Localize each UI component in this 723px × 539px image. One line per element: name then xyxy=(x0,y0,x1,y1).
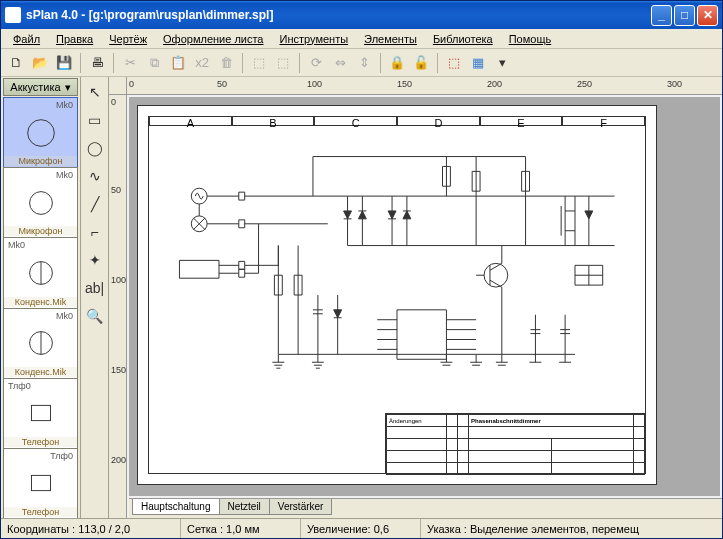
menu-file[interactable]: Файл xyxy=(7,31,46,47)
palette-item[interactable]: Mk0 Микрофон xyxy=(3,167,78,238)
status-coords: Координаты : 113,0 / 2,0 xyxy=(1,519,181,538)
x2-icon[interactable]: x2 xyxy=(191,52,213,74)
svg-marker-30 xyxy=(358,211,366,219)
sheet-tab[interactable]: Verstärker xyxy=(269,499,333,515)
menu-page[interactable]: Оформление листа xyxy=(157,31,269,47)
phone-icon xyxy=(22,464,60,502)
pointer-tool-icon[interactable]: ↖ xyxy=(84,81,106,103)
zoom-tool-icon[interactable]: 🔍 xyxy=(84,305,106,327)
snap-icon[interactable]: ⬚ xyxy=(443,52,465,74)
drawing-tools: ↖ ▭ ◯ ∿ ╱ ⌐ ✦ ab| 🔍 xyxy=(81,77,109,518)
component-palette: Mk0 Микрофон Mk0 Микрофон Mk0 Конденс.Mi… xyxy=(1,97,80,518)
titlebar: sPlan 4.0 - [g:\program\rusplan\dimmer.s… xyxy=(1,1,722,29)
text-tool-icon[interactable]: ab| xyxy=(84,277,106,299)
drawing-frame: A B C D E F xyxy=(148,116,646,474)
svg-marker-48 xyxy=(334,310,342,318)
phone-icon xyxy=(22,394,60,432)
menu-draw[interactable]: Чертёж xyxy=(103,31,153,47)
status-hint: Указка : Выделение элементов, перемещ xyxy=(421,519,722,538)
svg-rect-15 xyxy=(179,260,219,278)
sheet-tab[interactable]: Hauptschaltung xyxy=(132,499,220,515)
paste-icon[interactable]: 📋 xyxy=(167,52,189,74)
copy-icon[interactable]: ⧉ xyxy=(143,52,165,74)
palette-item[interactable]: Mk0 Микрофон xyxy=(3,97,78,168)
delete-icon[interactable]: 🗑 xyxy=(215,52,237,74)
open-icon[interactable]: 📂 xyxy=(29,52,51,74)
palette-item[interactable]: Mk0 Конденс.Mik xyxy=(3,308,78,379)
bezier-tool-icon[interactable]: ∿ xyxy=(84,165,106,187)
canvas-area: 0 50 100 150 200 250 300 0 50 100 150 20… xyxy=(109,77,722,518)
grid-icon[interactable]: ▦ xyxy=(467,52,489,74)
status-grid: Сетка : 1,0 мм xyxy=(181,519,301,538)
svg-point-1 xyxy=(29,191,52,214)
maximize-button[interactable]: □ xyxy=(674,5,695,26)
fliph-icon[interactable]: ⇔ xyxy=(329,52,351,74)
svg-rect-21 xyxy=(239,269,245,277)
ungroup-icon[interactable]: ⬚ xyxy=(272,52,294,74)
statusbar: Координаты : 113,0 / 2,0 Сетка : 1,0 мм … xyxy=(1,518,722,538)
flipv-icon[interactable]: ⇕ xyxy=(353,52,375,74)
unlock-icon[interactable]: 🔓 xyxy=(410,52,432,74)
title-block: ÄnderungenPhasenabschnittdimmer xyxy=(385,413,645,473)
menu-library[interactable]: Библиотека xyxy=(427,31,499,47)
polyline-tool-icon[interactable]: ⌐ xyxy=(84,221,106,243)
toolbar: 🗋 📂 💾 🖶 ✂ ⧉ 📋 x2 🗑 ⬚ ⬚ ⟳ ⇔ ⇕ 🔒 🔓 ⬚ ▦ ▾ xyxy=(1,49,722,77)
svg-point-0 xyxy=(27,119,54,146)
window-title: sPlan 4.0 - [g:\program\rusplan\dimmer.s… xyxy=(26,8,651,22)
svg-rect-58 xyxy=(397,310,446,359)
menu-edit[interactable]: Правка xyxy=(50,31,99,47)
svg-rect-6 xyxy=(31,406,50,421)
node-tool-icon[interactable]: ✦ xyxy=(84,249,106,271)
rect-tool-icon[interactable]: ▭ xyxy=(84,109,106,131)
paper: A B C D E F xyxy=(137,105,657,485)
sheet-tabs: Hauptschaltung Netzteil Verstärker xyxy=(129,498,722,518)
svg-rect-18 xyxy=(239,192,245,200)
arrow-down-icon[interactable]: ▾ xyxy=(491,52,513,74)
microphone-icon xyxy=(22,184,60,222)
svg-rect-7 xyxy=(31,476,50,491)
print-icon[interactable]: 🖶 xyxy=(86,52,108,74)
app-icon xyxy=(5,7,21,23)
close-button[interactable]: ✕ xyxy=(697,5,718,26)
svg-rect-19 xyxy=(239,220,245,228)
svg-marker-36 xyxy=(403,211,411,219)
new-icon[interactable]: 🗋 xyxy=(5,52,27,74)
drawing-canvas[interactable]: A B C D E F xyxy=(129,97,720,496)
palette-item[interactable]: Тлф0 Телефон xyxy=(3,378,78,449)
svg-marker-27 xyxy=(344,211,352,219)
palette-item[interactable]: Тлф0 Телефон xyxy=(3,448,78,518)
line-tool-icon[interactable]: ╱ xyxy=(84,193,106,215)
rotate-icon[interactable]: ⟳ xyxy=(305,52,327,74)
ruler-horizontal: 0 50 100 150 200 250 300 xyxy=(127,77,722,95)
menubar: Файл Правка Чертёж Оформление листа Инст… xyxy=(1,29,722,49)
save-icon[interactable]: 💾 xyxy=(53,52,75,74)
dropdown-icon: ▾ xyxy=(65,81,71,94)
capacitor-mic-icon xyxy=(22,324,60,362)
main-area: Аккустика▾ Mk0 Микрофон Mk0 Микрофон Mk0… xyxy=(1,77,722,518)
library-category[interactable]: Аккустика▾ xyxy=(3,78,78,96)
minimize-button[interactable]: _ xyxy=(651,5,672,26)
group-icon[interactable]: ⬚ xyxy=(248,52,270,74)
svg-marker-33 xyxy=(388,211,396,219)
menu-tools[interactable]: Инструменты xyxy=(274,31,355,47)
ruler-corner xyxy=(109,77,127,95)
ruler-vertical: 0 50 100 150 200 xyxy=(109,95,127,518)
library-sidebar: Аккустика▾ Mk0 Микрофон Mk0 Микрофон Mk0… xyxy=(1,77,81,518)
sheet-tab[interactable]: Netzteil xyxy=(219,499,270,515)
capacitor-mic-icon xyxy=(22,254,60,292)
circle-tool-icon[interactable]: ◯ xyxy=(84,137,106,159)
microphone-icon xyxy=(22,114,60,152)
status-zoom: Увеличение: 0,6 xyxy=(301,519,421,538)
svg-rect-20 xyxy=(239,261,245,269)
menu-help[interactable]: Помощь xyxy=(503,31,558,47)
lock-icon[interactable]: 🔒 xyxy=(386,52,408,74)
menu-elements[interactable]: Элементы xyxy=(358,31,423,47)
palette-item[interactable]: Mk0 Конденс.Mik xyxy=(3,237,78,308)
cut-icon[interactable]: ✂ xyxy=(119,52,141,74)
